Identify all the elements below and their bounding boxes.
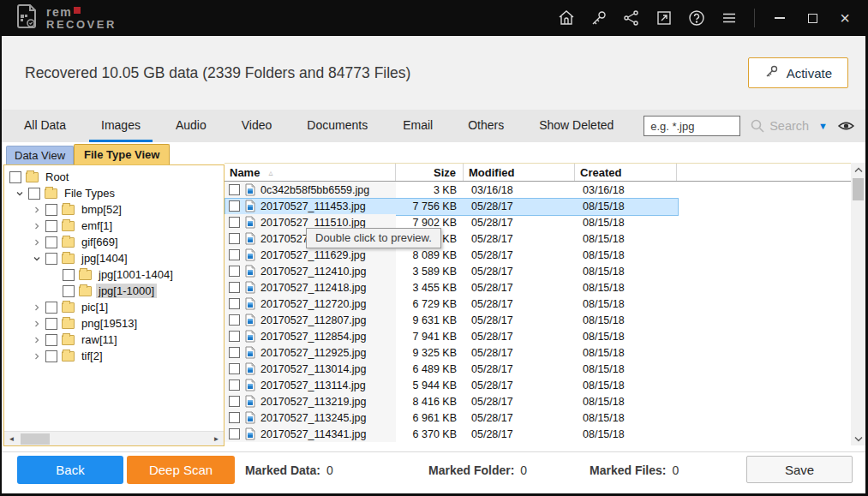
- tree-checkbox[interactable]: [45, 253, 57, 265]
- row-checkbox[interactable]: [229, 363, 240, 374]
- table-row[interactable]: 20170527_112418.jpg3 455 KB05/28/1708/15…: [224, 279, 851, 296]
- tree-item-jpg-1-1000[interactable]: jpg[1-1000]: [4, 283, 224, 299]
- tree-checkbox[interactable]: [63, 285, 75, 297]
- help-icon[interactable]: [684, 5, 709, 31]
- tab-video[interactable]: Video: [230, 110, 284, 142]
- vscroll-thumb[interactable]: [853, 178, 864, 200]
- tree-item-emf-1[interactable]: emf[1]: [4, 218, 224, 234]
- row-checkbox[interactable]: [229, 331, 240, 342]
- row-checkbox[interactable]: [229, 428, 240, 439]
- row-checkbox[interactable]: [229, 379, 240, 391]
- row-checkbox[interactable]: [229, 233, 240, 244]
- table-row[interactable]: 20170527_111453.jpg7 756 KB05/28/1708/15…: [224, 198, 851, 214]
- tab-show-deleted[interactable]: Show Deleted: [527, 110, 626, 142]
- chevron-right-icon[interactable]: [28, 303, 45, 312]
- tab-file-type-view[interactable]: File Type View: [74, 144, 170, 164]
- row-checkbox[interactable]: [229, 184, 240, 195]
- maximize-button[interactable]: [799, 5, 825, 31]
- column-header-modified[interactable]: Modified: [464, 164, 575, 181]
- chevron-right-icon[interactable]: [28, 206, 45, 214]
- tree-checkbox[interactable]: [45, 236, 57, 248]
- save-button[interactable]: Save: [746, 456, 853, 483]
- chevron-right-icon[interactable]: [28, 222, 45, 230]
- key-icon[interactable]: [586, 5, 612, 31]
- tree-item-root[interactable]: Root: [4, 169, 224, 185]
- table-row[interactable]: 20170527_113114.jpg5 944 KB05/28/1708/15…: [224, 377, 851, 393]
- chevron-right-icon[interactable]: [28, 352, 45, 361]
- table-vertical-scrollbar[interactable]: [851, 163, 865, 445]
- search-input[interactable]: [644, 116, 740, 136]
- row-checkbox[interactable]: [229, 200, 240, 212]
- tab-all-data[interactable]: All Data: [12, 110, 78, 142]
- tree-horizontal-scrollbar[interactable]: ◄ ►: [4, 431, 224, 445]
- column-header-created[interactable]: Created: [575, 164, 677, 181]
- chevron-right-icon[interactable]: [28, 336, 45, 344]
- row-checkbox[interactable]: [229, 217, 240, 228]
- row-checkbox[interactable]: [229, 282, 240, 293]
- tab-others[interactable]: Others: [456, 110, 516, 142]
- row-checkbox[interactable]: [229, 412, 240, 423]
- tree-item-raw-11[interactable]: raw[11]: [4, 332, 224, 348]
- minimize-button[interactable]: [767, 5, 793, 31]
- table-row[interactable]: 20170527_112854.jpg7 941 KB05/28/1708/15…: [224, 328, 851, 344]
- scroll-left-arrow-icon[interactable]: ◄: [4, 432, 19, 446]
- tree-item-jpg-1404[interactable]: jpg[1404]: [4, 250, 224, 266]
- tree-checkbox[interactable]: [45, 318, 57, 330]
- row-checkbox[interactable]: [229, 396, 240, 407]
- row-checkbox[interactable]: [229, 314, 240, 326]
- row-checkbox[interactable]: [229, 347, 240, 358]
- tree-checkbox[interactable]: [45, 350, 57, 362]
- chevron-right-icon[interactable]: [28, 238, 45, 247]
- table-row[interactable]: 20170527_113219.jpg8 416 KB05/28/1708/15…: [224, 393, 851, 409]
- activate-button[interactable]: Activate: [748, 57, 848, 88]
- tab-images[interactable]: Images: [89, 110, 153, 142]
- chevron-down-icon[interactable]: [11, 189, 28, 198]
- tree-item-pic-1[interactable]: pic[1]: [4, 299, 224, 315]
- scroll-right-arrow-icon[interactable]: ►: [209, 432, 224, 446]
- tab-documents[interactable]: Documents: [295, 110, 380, 142]
- tree-checkbox[interactable]: [9, 171, 21, 183]
- open-external-icon[interactable]: [651, 5, 677, 31]
- search-dropdown-icon[interactable]: ▼: [818, 121, 828, 131]
- tree-checkbox[interactable]: [63, 269, 75, 281]
- table-row[interactable]: 20170527_111629.jpg8 089 KB05/28/1708/15…: [224, 247, 851, 263]
- deep-scan-button[interactable]: Deep Scan: [127, 456, 235, 484]
- share-icon[interactable]: [619, 5, 644, 31]
- column-header-size[interactable]: Size: [396, 164, 464, 181]
- tree-checkbox[interactable]: [45, 220, 57, 232]
- row-checkbox[interactable]: [229, 298, 240, 309]
- preview-eye-icon[interactable]: [837, 119, 855, 133]
- table-row[interactable]: 20170527_112410.jpg3 589 KB05/28/1708/15…: [224, 263, 851, 279]
- column-header-name[interactable]: Name ▵: [224, 164, 396, 181]
- tree-item-jpg-1001-1404[interactable]: jpg[1001-1404]: [4, 266, 224, 283]
- tree-checkbox[interactable]: [45, 204, 57, 216]
- tab-audio[interactable]: Audio: [164, 110, 218, 142]
- tree-hscroll-thumb[interactable]: [21, 433, 50, 445]
- back-button[interactable]: Back: [17, 456, 123, 484]
- vscroll-track[interactable]: [851, 176, 865, 432]
- close-button[interactable]: ×: [832, 5, 858, 31]
- table-row[interactable]: 20170527_113014.jpg6 489 KB05/28/1708/15…: [224, 361, 851, 377]
- scroll-up-arrow-icon[interactable]: [854, 163, 863, 176]
- tree-item-png-19513[interactable]: png[19513]: [4, 315, 224, 332]
- table-row[interactable]: 20170527_114341.jpg6 370 KB05/28/1708/15…: [224, 426, 851, 442]
- tree-item-bmp-52[interactable]: bmp[52]: [4, 201, 224, 218]
- chevron-right-icon[interactable]: [28, 320, 45, 328]
- tree-checkbox[interactable]: [45, 302, 57, 314]
- table-row[interactable]: 20170527_112925.jpg9 325 KB05/28/1708/15…: [224, 344, 851, 361]
- table-row[interactable]: 20170527_113245.jpg6 961 KB05/28/1708/15…: [224, 409, 851, 426]
- tree-item-tif-2[interactable]: tif[2]: [4, 348, 224, 364]
- menu-icon[interactable]: [716, 5, 742, 31]
- tree-item-file-types[interactable]: File Types: [4, 185, 224, 201]
- scroll-down-arrow-icon[interactable]: [854, 432, 863, 445]
- search-button[interactable]: Search: [750, 118, 809, 134]
- table-row[interactable]: 20170527_112807.jpg9 631 KB05/28/1708/15…: [224, 312, 851, 328]
- tree-checkbox[interactable]: [45, 334, 57, 346]
- tab-email[interactable]: Email: [391, 110, 445, 142]
- home-icon[interactable]: [554, 5, 579, 31]
- tab-data-view[interactable]: Data View: [6, 146, 74, 164]
- row-checkbox[interactable]: [229, 266, 240, 277]
- row-checkbox[interactable]: [229, 249, 240, 260]
- tree-item-gif-669[interactable]: gif[669]: [4, 234, 224, 250]
- table-row[interactable]: 20170527_112720.jpg6 729 KB05/28/1708/15…: [224, 296, 851, 312]
